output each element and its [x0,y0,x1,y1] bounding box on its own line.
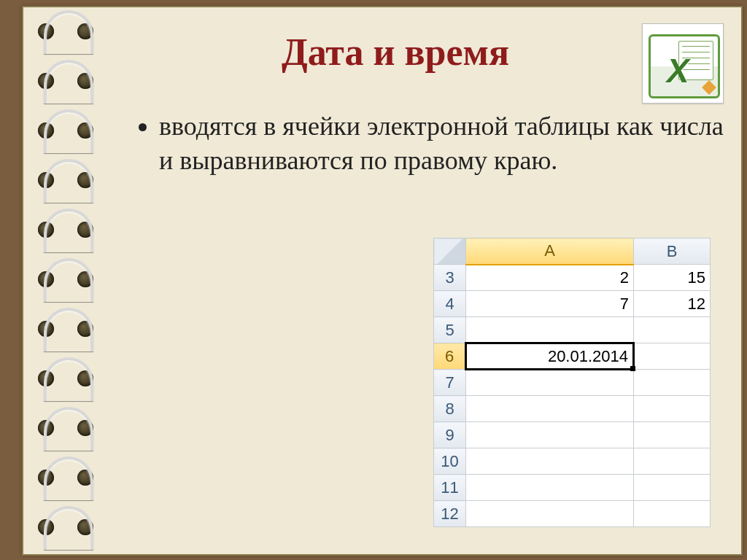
cell-B11 [634,475,711,501]
cell-A9 [466,422,634,448]
row-header: 10 [434,448,466,475]
cell-B4: 12 [634,291,711,317]
column-header-B: B [634,238,711,265]
cell-A7 [466,370,634,396]
cell-A11 [466,475,634,501]
select-all-corner [434,238,466,265]
cell-A8 [466,396,634,422]
spreadsheet-screenshot: A B 3 2 15 4 7 12 5 6 20.01.2014 7 [433,238,711,527]
slide-page: X Дата и время вводятся в ячейки электро… [22,6,743,556]
cell-B9 [634,422,711,448]
bullet-item: вводятся в ячейки электронной таблицы ка… [159,109,731,178]
cell-A4: 7 [466,291,634,317]
excel-book-shape: X [649,34,720,98]
excel-x-letter: X [667,51,689,90]
cell-B6 [634,343,711,370]
row-header: 12 [434,501,466,527]
row-header: 5 [434,317,466,343]
slide-body: вводятся в ячейки электронной таблицы ка… [133,109,731,178]
cell-B5 [634,317,711,343]
row-header: 9 [434,422,466,448]
column-header-A: A [466,238,634,265]
cell-A5 [466,317,634,343]
row-header: 3 [434,265,466,291]
cell-B10 [634,448,711,475]
row-header-active: 6 [434,343,466,370]
row-header: 4 [434,291,466,317]
excel-corner-flap [702,80,716,95]
row-header: 11 [434,475,466,501]
cell-A10 [466,448,634,475]
cell-B12 [634,501,711,527]
excel-icon: X [642,23,724,104]
cell-B3: 15 [634,265,711,291]
cell-B7 [634,370,711,396]
slide-title: Дата и время [140,31,651,74]
cell-B8 [634,396,711,422]
cell-A12 [466,501,634,527]
row-header: 7 [434,370,466,396]
cell-A6-active: 20.01.2014 [466,343,634,370]
row-header: 8 [434,396,466,422]
cell-A3: 2 [466,265,634,291]
